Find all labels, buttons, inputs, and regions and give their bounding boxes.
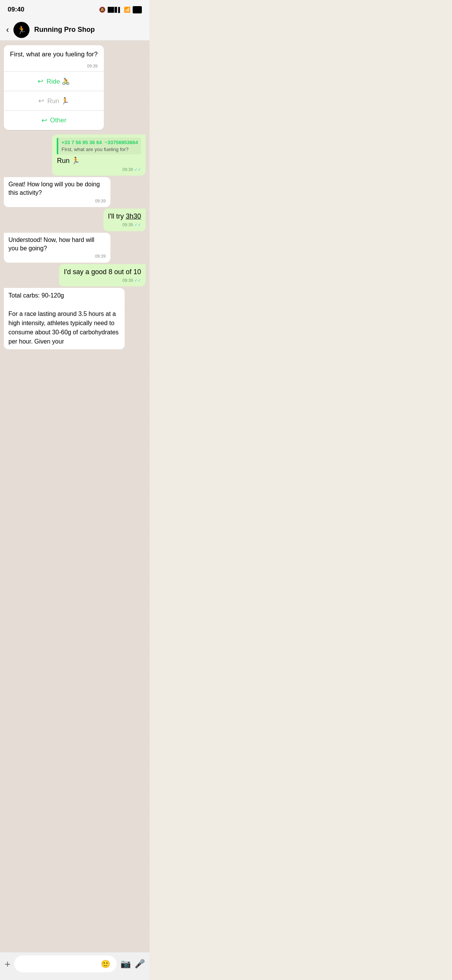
choice-btn-other[interactable]: ↩ Other bbox=[4, 111, 104, 130]
choice-label-run: Run 🏃 bbox=[47, 97, 69, 105]
sent-duration-row: I'll try 3h30 09:39 ✓✓ bbox=[4, 209, 146, 231]
sent-duration-text: I'll try 3h30 bbox=[108, 212, 141, 221]
reply-icon-run: ↩ bbox=[38, 97, 44, 105]
choice-message-row: First, what are you fueling for? 09:39 ↩… bbox=[4, 45, 146, 133]
tick-icon: ✓✓ bbox=[134, 167, 141, 172]
reply-icon-ride: ↩ bbox=[38, 77, 43, 86]
mute-icon: 🔕 bbox=[99, 7, 105, 13]
camera-icon[interactable]: 📷 bbox=[120, 959, 131, 959]
received-intensity-bubble: Understood! Now, how hard will you be go… bbox=[4, 233, 110, 263]
signal-icon: ▉▊▋▌ bbox=[108, 7, 121, 13]
tick-icon-3: ✓✓ bbox=[134, 278, 141, 283]
sent-run-text: Run 🏃 bbox=[57, 156, 141, 166]
received-carbs-row: Total carbs: 90-120g For a race lasting … bbox=[4, 288, 146, 349]
choice-label-other: Other bbox=[50, 117, 67, 124]
contact-name: Running Pro Shop bbox=[34, 26, 95, 34]
received-duration-text: Great! How long will you be doing this a… bbox=[8, 180, 106, 197]
chat-area: First, what are you fueling for? 09:39 ↩… bbox=[0, 41, 150, 959]
choice-question: First, what are you fueling for? bbox=[4, 45, 104, 64]
sent-run-bubble: +33 7 56 95 36 64 ~33756953664 First, wh… bbox=[52, 135, 146, 176]
received-intensity-text: Understood! Now, how hard will you be go… bbox=[8, 236, 106, 253]
status-time: 09:40 bbox=[8, 6, 24, 13]
sent-duration-bubble: I'll try 3h30 09:39 ✓✓ bbox=[104, 209, 146, 231]
sent-run-row: +33 7 56 95 36 64 ~33756953664 First, wh… bbox=[4, 135, 146, 176]
quote-author: +33 7 56 95 36 64 ~33756953664 bbox=[61, 139, 138, 146]
status-bar: 09:40 🔕 ▉▊▋▌ 📶 97 bbox=[0, 0, 150, 19]
received-duration-row: Great! How long will you be doing this a… bbox=[4, 177, 146, 207]
wifi-icon: 📶 bbox=[124, 7, 130, 13]
plus-button[interactable]: + bbox=[5, 958, 10, 960]
chat-header: ‹ 🏃 Running Pro Shop bbox=[0, 19, 150, 41]
received-duration-time: 09:39 bbox=[8, 198, 106, 204]
sent-intensity-time: 09:39 ✓✓ bbox=[64, 278, 141, 283]
input-bar: + 🙂 📷 🎤 bbox=[0, 952, 150, 959]
received-duration-bubble: Great! How long will you be doing this a… bbox=[4, 177, 110, 207]
avatar[interactable]: 🏃 bbox=[13, 22, 30, 38]
received-carbs-text: Total carbs: 90-120g For a race lasting … bbox=[8, 291, 120, 346]
back-button[interactable]: ‹ bbox=[6, 25, 9, 35]
choice-label-ride: Ride 🚴 bbox=[46, 77, 70, 86]
sent-intensity-row: I'd say a good 8 out of 10 09:39 ✓✓ bbox=[4, 264, 146, 287]
received-carbs-bubble: Total carbs: 90-120g For a race lasting … bbox=[4, 288, 125, 349]
status-icons: 🔕 ▉▊▋▌ 📶 97 bbox=[99, 6, 142, 13]
microphone-icon[interactable]: 🎤 bbox=[135, 959, 145, 959]
choice-btn-run[interactable]: ↩ Run 🏃 bbox=[4, 91, 104, 110]
sent-intensity-bubble: I'd say a good 8 out of 10 09:39 ✓✓ bbox=[59, 264, 146, 287]
quote-text: First, what are you fueling for? bbox=[61, 146, 138, 153]
message-input-container[interactable]: 🙂 bbox=[14, 955, 117, 959]
sent-intensity-text: I'd say a good 8 out of 10 bbox=[64, 267, 141, 277]
quote-block: +33 7 56 95 36 64 ~33756953664 First, wh… bbox=[57, 138, 141, 155]
received-intensity-row: Understood! Now, how hard will you be go… bbox=[4, 233, 146, 263]
choice-bubble: First, what are you fueling for? 09:39 ↩… bbox=[4, 45, 104, 130]
sent-duration-time: 09:39 ✓✓ bbox=[108, 222, 141, 228]
battery-indicator: 97 bbox=[133, 6, 142, 13]
choice-btn-ride[interactable]: ↩ Ride 🚴 bbox=[4, 72, 104, 91]
received-intensity-time: 09:39 bbox=[8, 253, 106, 259]
sent-run-time: 09:39 ✓✓ bbox=[57, 167, 141, 173]
choice-time: 09:39 bbox=[4, 64, 104, 71]
tick-icon-2: ✓✓ bbox=[134, 222, 141, 227]
reply-icon-other: ↩ bbox=[41, 116, 47, 125]
